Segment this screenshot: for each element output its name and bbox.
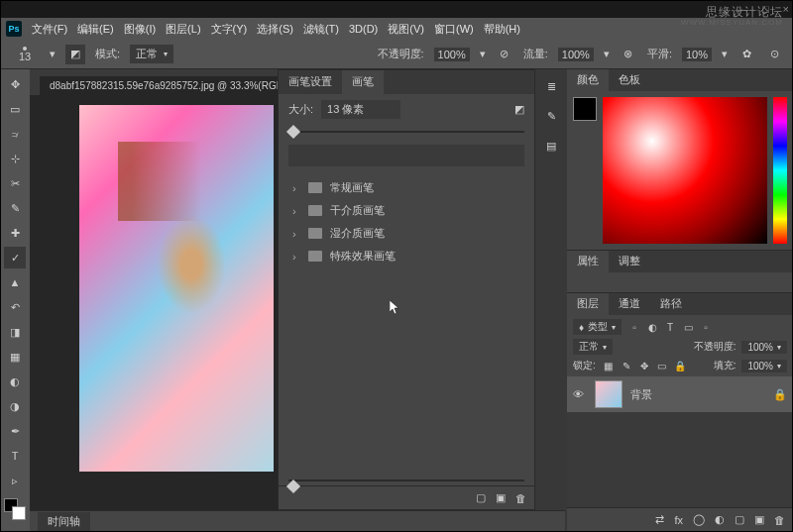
current-color[interactable] [573,97,597,121]
eyedropper-tool[interactable]: ✎ [4,197,26,219]
brush-folder[interactable]: 常规画笔 [279,176,534,199]
layer-group-icon[interactable]: ▢ [735,513,744,526]
pressure-opacity-icon[interactable]: ⊘ [496,46,513,63]
lock-position-icon[interactable]: ✥ [637,359,651,372]
marquee-tool[interactable]: ▭ [4,98,26,120]
tab-timeline[interactable]: 时间轴 [38,512,90,531]
brush-tool[interactable]: ✓ [4,247,26,268]
menu-filter[interactable]: 滤镜(T) [299,20,343,39]
history-dock-icon[interactable]: ≣ [540,75,562,97]
filter-pixel-icon[interactable]: ▫ [627,320,641,334]
tab-swatches[interactable]: 色板 [609,69,650,91]
flow-value[interactable]: 100% [558,48,594,61]
layer-opacity-value[interactable]: 100% [741,341,787,354]
tab-channels[interactable]: 通道 [609,293,650,315]
menu-layer[interactable]: 图层(L) [162,20,204,39]
layer-lock-icon[interactable]: 🔒 [773,388,787,401]
brush-picker-chevron-icon[interactable]: ▾ [50,48,56,60]
filter-smart-icon[interactable]: ▫ [699,320,713,334]
filter-type-icon[interactable]: T [663,320,677,334]
layer-row[interactable]: 👁 背景 🔒 [567,376,793,412]
menu-window[interactable]: 窗口(W) [430,20,478,39]
layer-filter-dropdown[interactable]: ♦类型 [573,319,622,335]
brush-folder[interactable]: 湿介质画笔 [279,222,534,245]
eraser-tool[interactable]: ◨ [4,321,26,343]
canvas[interactable] [79,105,274,472]
brush-size-slider[interactable] [279,125,534,139]
opacity-value[interactable]: 100% [434,48,470,61]
brush-panel-toggle-icon[interactable]: ◩ [65,45,85,64]
color-swatch[interactable] [4,498,26,520]
tab-brush-settings[interactable]: 画笔设置 [279,70,342,94]
tab-layers[interactable]: 图层 [567,293,609,315]
delete-layer-icon[interactable]: 🗑 [774,514,785,526]
brush-dock-icon[interactable]: ✎ [540,105,562,127]
menu-image[interactable]: 图像(I) [120,20,160,39]
menu-type[interactable]: 文字(Y) [207,20,252,39]
layer-blend-dropdown[interactable]: 正常 [573,339,613,355]
brush-folder[interactable]: 干介质画笔 [279,199,534,222]
gradient-tool[interactable]: ▦ [4,346,26,368]
smoothing-value[interactable]: 10% [682,48,712,61]
stamp-tool[interactable]: ▲ [4,271,26,293]
menu-3d[interactable]: 3D(D) [345,21,382,37]
layer-fill-value[interactable]: 100% [741,360,787,372]
blend-mode-dropdown[interactable]: 正常 [130,45,173,63]
delete-brush-icon[interactable]: 🗑 [515,492,526,504]
opacity-label: 不透明度: [378,47,424,61]
menu-view[interactable]: 视图(V) [384,20,428,39]
layer-mask-icon[interactable]: ◯ [693,513,705,526]
filter-shape-icon[interactable]: ▭ [681,320,695,334]
tab-color[interactable]: 颜色 [567,69,609,91]
lock-transparent-icon[interactable]: ▦ [602,359,616,372]
brush-size-input[interactable]: 13 像素 [321,100,400,119]
history-brush-tool[interactable]: ↶ [4,296,26,318]
menu-select[interactable]: 选择(S) [253,20,297,39]
menu-edit[interactable]: 编辑(E) [73,20,118,39]
lock-pixels-icon[interactable]: ✎ [620,359,633,372]
layer-visibility-icon[interactable]: 👁 [573,388,587,400]
brush-preview[interactable]: 13 [10,43,40,66]
tab-brushes[interactable]: 画笔 [342,70,384,94]
close-button[interactable]: × [783,3,789,15]
menu-file[interactable]: 文件(F) [28,20,71,39]
library-dock-icon[interactable]: ▤ [540,135,562,157]
healing-tool[interactable]: ✚ [4,222,26,244]
pressure-size-icon[interactable]: ⊙ [765,46,783,63]
adjustment-layer-icon[interactable]: ◐ [715,513,725,526]
move-tool[interactable]: ✥ [4,73,26,95]
new-brush-group-icon[interactable]: ▢ [476,491,486,504]
tab-paths[interactable]: 路径 [650,293,692,315]
background-color[interactable] [12,506,26,520]
link-layers-icon[interactable]: ⇄ [655,513,664,526]
layer-name[interactable]: 背景 [630,387,652,402]
pen-tool[interactable]: ✒ [4,420,26,442]
filter-adjust-icon[interactable]: ◐ [645,320,659,334]
airbrush-icon[interactable]: ⊗ [620,46,637,63]
hue-slider[interactable] [773,97,787,244]
menu-help[interactable]: 帮助(H) [480,20,524,39]
brush-flip-icon[interactable]: ◩ [514,103,524,116]
new-layer-icon[interactable]: ▣ [754,513,764,526]
brush-search-input[interactable] [288,145,524,166]
flow-chevron-icon[interactable]: ▾ [604,48,610,60]
lasso-tool[interactable]: ⟉ [4,123,26,145]
type-tool[interactable]: T [4,445,26,467]
blur-tool[interactable]: ◐ [4,371,26,392]
layer-fx-icon[interactable]: fx [674,514,683,526]
smoothing-options-icon[interactable]: ✿ [737,46,755,63]
tab-adjustments[interactable]: 调整 [609,251,650,272]
dodge-tool[interactable]: ◑ [4,395,26,417]
opacity-chevron-icon[interactable]: ▾ [480,48,486,60]
lock-artboard-icon[interactable]: ▭ [655,359,669,372]
tab-properties[interactable]: 属性 [567,251,609,272]
new-brush-icon[interactable]: ▣ [496,491,506,504]
crop-tool[interactable]: ✂ [4,172,26,194]
smoothing-chevron-icon[interactable]: ▾ [722,48,728,60]
layer-thumbnail[interactable] [595,380,623,408]
quick-select-tool[interactable]: ⊹ [4,148,26,169]
lock-all-icon[interactable]: 🔒 [673,359,687,372]
path-select-tool[interactable]: ▹ [4,470,26,491]
brush-folder[interactable]: 特殊效果画笔 [279,245,534,267]
color-picker-field[interactable] [603,97,767,244]
